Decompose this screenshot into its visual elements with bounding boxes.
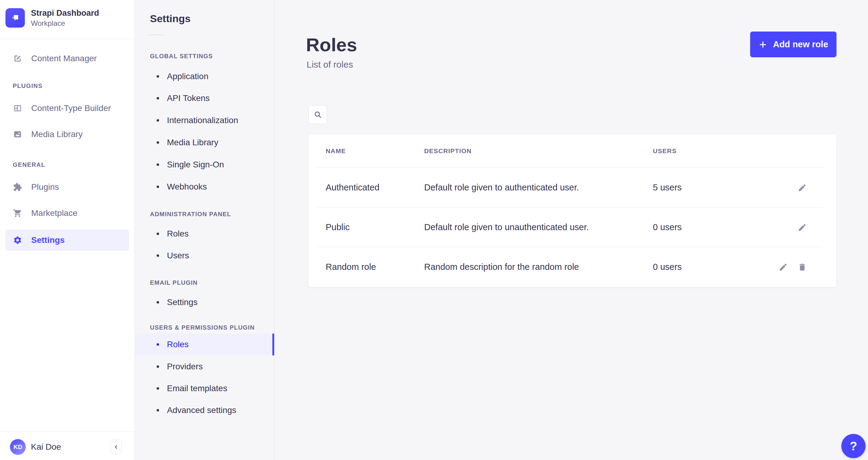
workspace-switcher[interactable]: Strapi Dashboard Workplace [5,8,99,28]
gear-icon [13,236,22,245]
subnav-item-single-sign-on[interactable]: Single Sign-On [135,155,274,174]
subnav-section-users-permissions-plugin: USERS & PERMISSIONS PLUGIN [150,324,255,331]
table-row-authenticated[interactable]: Authenticated Default role given to auth… [308,168,836,207]
edit-role-button[interactable] [798,223,807,232]
role-name: Authenticated [326,182,424,193]
brand-text: Strapi Dashboard Workplace [31,8,99,28]
row-actions [746,223,836,232]
sidebar-item-settings[interactable]: Settings [5,230,129,251]
divider [0,39,134,39]
column-header-users: USERS [653,147,746,155]
sidebar-item-content-type-builder[interactable]: Content-Type Builder [5,98,129,118]
edit-role-button[interactable] [798,183,807,192]
page-subtitle: List of roles [307,59,353,70]
strapi-logo-icon [5,8,25,28]
bullet-icon [157,75,159,78]
cart-icon [13,209,22,218]
subnav-item-webhooks[interactable]: Webhooks [135,177,274,197]
bullet-icon [157,254,159,257]
user-name[interactable]: Kai Doe [31,442,61,452]
subnav-item-email-settings[interactable]: Settings [135,293,274,312]
subnav-item-advanced-settings[interactable]: Advanced settings [135,401,274,420]
sidebar-section-general: GENERAL [13,161,45,168]
subnav-item-label: Email templates [167,383,227,393]
subnav-title: Settings [150,13,191,25]
subnav-item-api-tokens[interactable]: API Tokens [135,89,274,108]
subnav-section-administration-panel: ADMINISTRATION PANEL [150,211,231,218]
subnav-item-email-templates[interactable]: Email templates [135,379,274,398]
bullet-icon [157,141,159,144]
app-title: Strapi Dashboard [31,8,99,19]
page-title: Roles [306,34,357,56]
column-header-name: NAME [326,147,424,155]
workspace-name: Workplace [31,19,99,28]
sidebar-item-label: Content-Type Builder [31,104,111,113]
settings-subnav: Settings GLOBAL SETTINGS Application API… [135,0,275,460]
help-button[interactable]: ? [841,434,866,458]
pencil-icon [798,183,807,192]
subnav-item-admin-users[interactable]: Users [135,246,274,265]
main-content: Roles List of roles Add new role NAME DE… [275,0,868,460]
bullet-icon [157,343,159,346]
puzzle-icon [13,182,22,192]
roles-table: NAME DESCRIPTION USERS Authenticated Def… [308,134,836,287]
delete-role-button[interactable] [798,263,807,272]
sidebar-item-marketplace[interactable]: Marketplace [5,203,129,223]
sidebar-item-plugins[interactable]: Plugins [5,177,129,197]
subnav-section-email-plugin: EMAIL PLUGIN [150,279,197,286]
table-header-row: NAME DESCRIPTION USERS [308,134,836,168]
subnav-item-media-library[interactable]: Media Library [135,133,274,152]
subnav-item-providers[interactable]: Providers [135,357,274,376]
subnav-item-label: Application [167,71,209,81]
subnav-item-internationalization[interactable]: Internationalization [135,111,274,130]
bullet-icon [157,387,159,390]
row-actions [746,183,836,192]
subnav-item-admin-roles[interactable]: Roles [135,224,274,243]
edit-role-button[interactable] [779,263,788,272]
role-description: Random description for the random role [424,262,653,272]
bullet-icon [157,409,159,411]
avatar[interactable]: KD [10,439,26,455]
pencil-icon [779,263,788,272]
sidebar-item-label: Plugins [31,182,59,192]
role-description: Default role given to unauthenticated us… [424,222,653,232]
picture-icon [13,130,22,139]
subnav-item-label: Settings [167,297,197,307]
role-name: Random role [326,262,424,272]
role-name: Public [326,222,424,232]
add-new-role-button[interactable]: Add new role [750,32,836,57]
add-new-role-label: Add new role [773,39,828,50]
trash-icon [798,263,807,272]
table-row-random-role[interactable]: Random role Random description for the r… [308,247,836,287]
user-footer: KD Kai Doe [0,432,134,460]
collapse-sidebar-button[interactable] [111,440,122,454]
search-button[interactable] [308,105,327,124]
bullet-icon [157,301,159,304]
main-sidebar: Strapi Dashboard Workplace Content Manag… [0,0,135,460]
sidebar-item-media-library[interactable]: Media Library [5,124,129,144]
role-description: Default role given to authenticated user… [424,182,653,193]
row-actions [746,263,836,272]
subnav-item-label: Users [167,251,189,260]
sidebar-item-label: Content Manager [31,54,97,63]
bullet-icon [157,185,159,188]
bullet-icon [157,233,159,235]
subnav-item-label: Roles [167,340,189,349]
role-users-count: 5 users [653,182,746,193]
bullet-icon [157,119,159,122]
subnav-item-application[interactable]: Application [135,67,274,86]
subnav-item-label: Providers [167,362,203,371]
pencil-icon [798,223,807,232]
column-header-description: DESCRIPTION [424,147,653,155]
subnav-item-label: Advanced settings [167,405,236,415]
subnav-item-label: API Tokens [167,93,210,103]
sidebar-item-content-manager[interactable]: Content Manager [5,49,129,68]
subnav-item-label: Single Sign-On [167,160,224,170]
role-users-count: 0 users [653,222,746,232]
table-row-public[interactable]: Public Default role given to unauthentic… [308,207,836,247]
sidebar-section-plugins: PLUGINS [13,83,43,89]
bullet-icon [157,164,159,166]
question-mark-icon: ? [850,439,857,453]
subnav-item-label: Media Library [167,138,218,147]
subnav-item-up-roles[interactable]: Roles [135,334,274,355]
